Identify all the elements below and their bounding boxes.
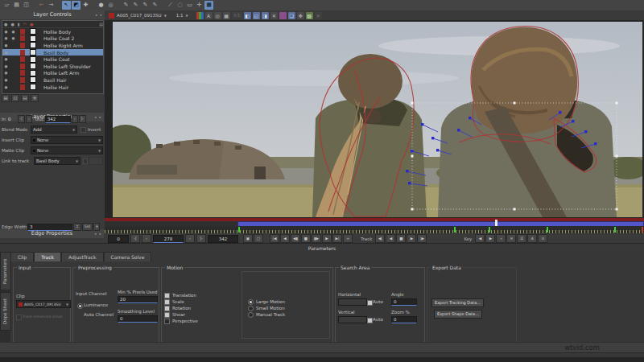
zoom-tool-icon[interactable]: ◎	[106, 1, 115, 10]
layer-row[interactable]: ●●Hollie Body	[2, 28, 103, 35]
layer-insert-checkbox[interactable]	[30, 63, 36, 69]
matte-clip-dropdown[interactable]: None ▼	[31, 146, 103, 154]
track-back-one-button[interactable]: ◀	[386, 234, 395, 243]
step-forward-button[interactable]: ▮▶	[312, 234, 321, 243]
new-project-icon[interactable]: ▱	[2, 1, 11, 10]
tab-adjusttrack[interactable]: AdjustTrack	[61, 252, 103, 261]
insert-clip-dropdown[interactable]: None ▼	[31, 136, 103, 144]
layer-row[interactable]: ●Basil Hair	[2, 76, 103, 84]
invert-checkbox[interactable]	[80, 127, 86, 133]
shear-checkbox[interactable]	[164, 312, 170, 318]
layer-row[interactable]: ●Basil Body	[2, 49, 103, 56]
step-back-button[interactable]: ◀▮	[291, 234, 300, 243]
lock-column-icon[interactable]: ▮	[18, 21, 20, 27]
tab-track[interactable]: Track	[34, 252, 61, 261]
create-bezier-tool-icon[interactable]: ✎	[141, 1, 150, 10]
mask-column-icon[interactable]: ◠	[23, 21, 27, 27]
translation-checkbox[interactable]	[164, 293, 170, 298]
delete-layer-icon[interactable]: ⊟	[21, 94, 29, 102]
goto-out-button[interactable]: ›	[185, 234, 195, 243]
layer-visibility-icon[interactable]: ●	[2, 71, 10, 75]
track-forwards-button[interactable]: |▶	[417, 234, 427, 243]
side-tab-parameters[interactable]: Parameters	[0, 252, 11, 290]
set-in-button[interactable]: -[	[18, 115, 25, 123]
prev-key-button[interactable]: ◀	[475, 234, 485, 243]
out-field[interactable]: 342	[45, 116, 71, 123]
show-planar-grid-icon[interactable]: ▦	[204, 1, 213, 10]
current-frame-field[interactable]: 278	[153, 235, 184, 243]
layer-process-icon[interactable]: ●	[10, 30, 17, 34]
rotation-checkbox[interactable]	[164, 306, 170, 311]
play-button[interactable]: ▶	[322, 234, 332, 243]
key-menu-button[interactable]: ☰	[517, 234, 526, 243]
circle-spline-tool-icon[interactable]: ◌	[175, 1, 184, 10]
play-reverse-button[interactable]: ◀	[280, 234, 290, 243]
side-tab-dope-sheet[interactable]: Dope Sheet	[0, 292, 11, 331]
add-xspline-tool-icon[interactable]: ✎	[131, 1, 140, 10]
process-column-icon[interactable]: ●	[10, 21, 14, 27]
vertical-field[interactable]	[338, 316, 367, 323]
goto-in-button[interactable]: ‹	[142, 234, 151, 243]
keyframe-marker[interactable]	[454, 227, 456, 232]
jump-end-button[interactable]: ▶|	[332, 234, 342, 243]
track-fwd-one-button[interactable]: ▶	[407, 234, 416, 243]
delete-key-button[interactable]: ✕	[506, 234, 516, 243]
close-view-icon[interactable]: ✕	[315, 12, 322, 19]
mask-view-icon[interactable]: ◨	[262, 12, 269, 19]
save-project-icon[interactable]: ◫	[22, 1, 31, 10]
smoothing-field[interactable]: 0	[118, 315, 158, 323]
layer-insert-checkbox[interactable]	[30, 56, 36, 63]
layer-insert-checkbox[interactable]	[30, 28, 36, 35]
color-column-icon[interactable]: ●	[30, 21, 33, 27]
layer-insert-checkbox[interactable]	[30, 49, 36, 56]
angle-field[interactable]: 0	[391, 298, 417, 306]
timeline-ruler[interactable]	[105, 226, 644, 233]
perspective-checkbox[interactable]	[164, 319, 170, 324]
layer-insert-checkbox[interactable]	[30, 76, 36, 83]
trace-icon[interactable]: ▧	[306, 12, 313, 19]
layer-insert-checkbox[interactable]	[30, 84, 36, 90]
zoom-pct-field[interactable]: 0	[391, 316, 417, 323]
proxy-scale-label[interactable]: 0.5	[232, 12, 242, 19]
clip-selector[interactable]: A005_C017_0913SU	[117, 13, 162, 18]
add-bezier-tool-icon[interactable]: ✎	[151, 1, 159, 10]
next-key-button[interactable]: ▶	[485, 234, 495, 243]
keyframe-marker[interactable]	[614, 227, 616, 232]
track-option-checkbox[interactable]	[16, 315, 22, 320]
link-option-checkbox[interactable]	[83, 158, 88, 164]
keyframe-marker[interactable]	[238, 227, 240, 232]
layer-menu-icon[interactable]: ▤	[99, 21, 103, 27]
large-motion-radio[interactable]	[248, 299, 254, 305]
stop-button[interactable]: ■	[301, 234, 311, 243]
visibility-column-icon[interactable]: ●	[4, 21, 7, 27]
clip-dropdown[interactable]: A005_C017_0913SU ▼	[16, 300, 71, 308]
layer-insert-checkbox[interactable]	[30, 70, 36, 76]
timeline-out-field[interactable]: 342	[208, 235, 238, 243]
min-pixels-field[interactable]: 20	[118, 296, 158, 303]
track-stop-button[interactable]: ■	[396, 234, 406, 243]
luminance-radio[interactable]	[77, 303, 83, 309]
set-out-button[interactable]: ]-	[196, 234, 206, 243]
open-project-icon[interactable]: ▤	[12, 1, 21, 10]
layer-insert-checkbox[interactable]	[30, 42, 36, 48]
blend-mode-dropdown[interactable]: Add ▼	[31, 125, 77, 134]
color-channels-icon[interactable]	[196, 12, 204, 19]
loop-button[interactable]: ∞	[343, 234, 353, 243]
goto-in-button[interactable]: ‹	[26, 115, 32, 123]
duplicate-layer-icon[interactable]: ⊡	[11, 94, 19, 102]
keyframe-marker[interactable]	[489, 227, 490, 232]
redo-icon[interactable]: →	[47, 1, 56, 10]
layer-row[interactable]: ●Hollie Left Arm	[2, 70, 103, 77]
export-shape-data-button[interactable]: Export Shape Data...	[434, 310, 482, 319]
edge-width-stepper[interactable]: ↕	[73, 223, 81, 231]
panel-pin-icon[interactable]: • •	[95, 10, 102, 19]
layer-row[interactable]: ●●Hollie Coat 2	[2, 35, 103, 43]
create-xspline-tool-icon[interactable]: ✎	[122, 1, 130, 10]
magnetic-spline-tool-icon[interactable]: ⟋	[166, 1, 175, 10]
jump-start-button[interactable]: |◀	[270, 234, 279, 243]
uberkey-button[interactable]: U	[538, 234, 547, 243]
alpha-channel-icon[interactable]: A	[205, 12, 213, 19]
overlay-color-swatch-icon[interactable]	[279, 12, 287, 19]
pan-tool-icon[interactable]: ●	[97, 1, 105, 10]
edge-width-set-button[interactable]: Set	[82, 223, 93, 231]
